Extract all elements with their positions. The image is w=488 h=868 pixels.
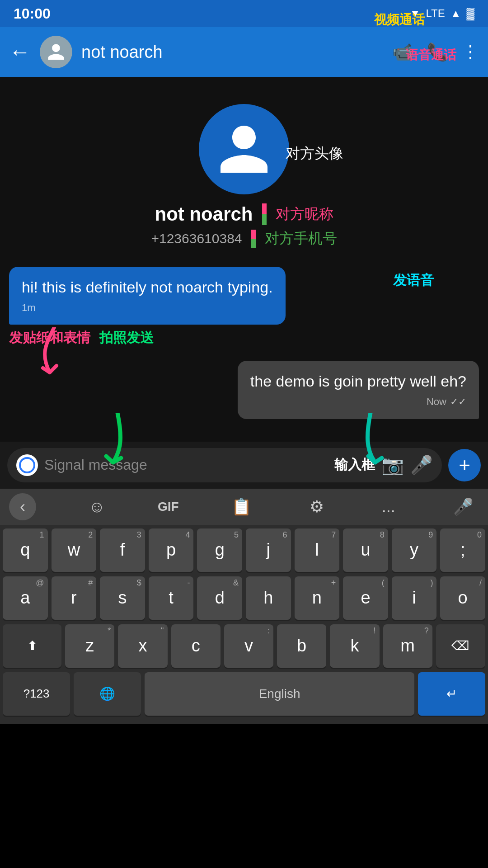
key-p[interactable]: 4p [149,528,194,572]
phone-indicator [251,230,256,248]
contact-name-annotation: 对方昵称 [276,204,333,224]
key-e[interactable]: (e [343,576,388,620]
header-actions: 视频通话 📹 📞 语音通话 ⋮ [392,42,479,62]
video-call-label: 视频通话 [374,11,425,28]
key-j[interactable]: 6j [246,528,291,572]
key-r[interactable]: #r [52,576,97,620]
space-key[interactable]: English [145,672,414,716]
key-g[interactable]: 5g [197,528,242,572]
contact-name-header[interactable]: not noarch [81,42,383,62]
enter-key[interactable]: ↵ [418,672,485,716]
photo-annotation: 拍照发送 [99,329,154,347]
arrow-green-right [352,413,389,473]
key-z[interactable]: *z [65,624,114,668]
signal-logo-inner [19,457,35,473]
key-a[interactable]: @a [3,576,48,620]
key-q[interactable]: 1q [3,528,48,572]
arrow-green-left [99,413,136,473]
received-text: hi! this is definitely not noarch typing… [22,278,273,296]
double-check-icon: ✓✓ [450,395,466,409]
key-s[interactable]: $s [100,576,145,620]
bubble-received: hi! this is definitely not noarch typing… [9,267,286,325]
voice-call-label: 语音通话 [406,47,456,64]
key-f[interactable]: 3f [100,528,145,572]
key-n[interactable]: +n [295,576,340,620]
keyboard-rows: 1q 2w 3f 4p 5g 6j 7l 8u 9y 0; @a #r $s -… [0,525,488,724]
key-w[interactable]: 2w [52,528,97,572]
key-c[interactable]: c [171,624,221,668]
mic-toolbar-button[interactable]: 🎤 [448,494,479,520]
settings-toolbar-button[interactable]: ⚙ [304,494,329,520]
key-d[interactable]: &d [197,576,242,620]
symbol-key[interactable]: ?123 [3,672,70,716]
sent-text: the demo is goin pretty well eh? [250,373,466,390]
globe-key[interactable]: 🌐 [74,672,141,716]
key-h[interactable]: h [246,576,291,620]
chat-area: 对方头像 not noarch 对方昵称 +12363610384 对方手机号 … [0,77,488,442]
contact-full-name: not noarch [155,203,253,225]
keyboard-row-3: ⬆ *z "x c :v b !k ?m ⌫ [3,624,485,668]
input-bar: Signal message 输入框 📷 🎤 + [0,442,488,489]
messages-area: hi! this is definitely not noarch typing… [0,262,488,433]
more-toolbar-button[interactable]: ... [376,494,401,520]
battery-icon: ▓ [467,7,475,20]
mic-button[interactable]: 🎤 [410,454,433,476]
key-i[interactable]: )i [392,576,437,620]
message-received: hi! this is definitely not noarch typing… [9,267,479,325]
key-semicolon[interactable]: 0; [440,528,485,572]
keyboard: ‹ ☺ GIF 📋 ⚙ ... 🎤 1q 2w 3f 4p 5g 6j 7l 8… [0,489,488,724]
contact-phone-annotation: 对方手机号 [265,229,337,249]
contact-phone-number: +12363610384 [151,231,242,246]
sent-time: Now [427,395,446,409]
key-k[interactable]: !k [330,624,379,668]
received-time: 1m [22,301,273,315]
back-button[interactable]: ← [9,41,31,63]
lte-label: LTE [426,7,445,20]
backspace-key[interactable]: ⌫ [436,624,485,668]
keyboard-back-button[interactable]: ‹ [9,493,36,520]
shift-key[interactable]: ⬆ [3,624,61,668]
key-o[interactable]: /o [440,576,485,620]
key-m[interactable]: ?m [383,624,432,668]
keyboard-toolbar: ‹ ☺ GIF 📋 ⚙ ... 🎤 [0,489,488,525]
voice-annotation: 发语音 [393,271,434,290]
bubble-sent: the demo is goin pretty well eh? Now ✓✓ [238,361,479,419]
annotations-row: 发贴纸和表情 拍照发送 [9,329,154,347]
signal-icon: ▲ [450,7,461,20]
key-t[interactable]: -t [149,576,194,620]
gif-toolbar-button[interactable]: GIF [158,500,179,514]
header-avatar [40,36,72,68]
clipboard-toolbar-button[interactable]: 📋 [226,494,257,520]
keyboard-bottom-row: ?123 🌐 English ↵ [3,672,485,716]
key-y[interactable]: 9y [392,528,437,572]
key-x[interactable]: "x [118,624,167,668]
key-b[interactable]: b [277,624,326,668]
keyboard-row-1: 1q 2w 3f 4p 5g 6j 7l 8u 9y 0; [3,528,485,572]
message-sent: the demo is goin pretty well eh? Now ✓✓ [9,361,479,419]
status-time: 10:00 [14,5,51,22]
person-large-icon [215,120,273,179]
sent-meta: Now ✓✓ [250,395,466,409]
key-v[interactable]: :v [224,624,273,668]
add-attachment-button[interactable]: + [448,449,481,481]
keyboard-row-2: @a #r $s -t &d h +n (e )i /o [3,576,485,620]
contact-info-section: 对方头像 not noarch 对方昵称 +12363610384 对方手机号 [151,95,337,262]
key-l[interactable]: 7l [295,528,340,572]
avatar-annotation: 对方头像 [286,144,343,164]
key-u[interactable]: 8u [343,528,388,572]
name-indicator [262,203,267,225]
more-options-button[interactable]: ⋮ [462,42,479,62]
emoji-toolbar-button[interactable]: ☺ [83,494,111,520]
contact-avatar-large [199,104,289,194]
person-icon [46,42,66,62]
input-placeholder: Signal message [44,457,328,473]
app-header: ← not noarch 视频通话 📹 📞 语音通话 ⋮ [0,27,488,77]
signal-logo [16,454,38,476]
